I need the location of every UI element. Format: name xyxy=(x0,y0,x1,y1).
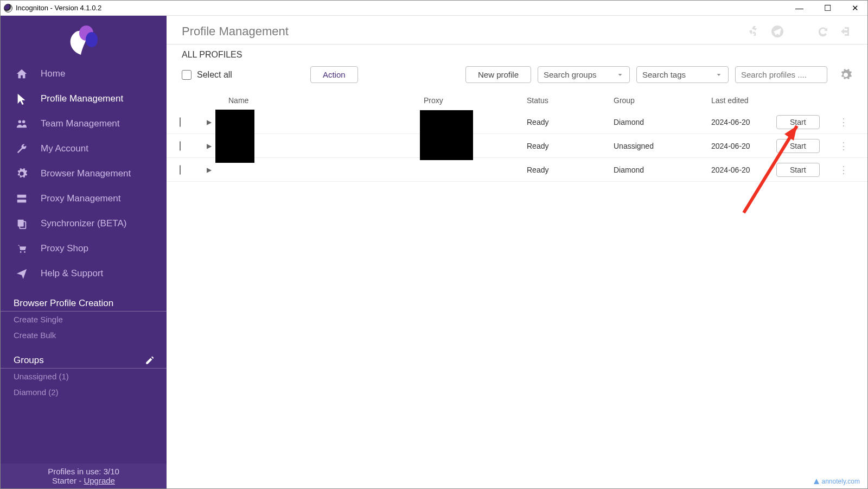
group-diamond[interactable]: Diamond (2) xyxy=(1,384,167,400)
cell-last-edited: 2024-06-20 xyxy=(708,139,773,153)
row-menu-button[interactable]: ⋮ xyxy=(833,162,854,178)
cell-status: Ready xyxy=(524,116,610,129)
search-groups-label: Search groups xyxy=(544,70,597,79)
telegram-icon[interactable] xyxy=(771,25,784,38)
server-icon xyxy=(16,193,28,205)
recycle-icon[interactable] xyxy=(748,25,761,38)
content-header: Profile Management xyxy=(167,16,867,45)
cell-name xyxy=(225,144,420,148)
svg-rect-5 xyxy=(17,200,27,203)
logout-icon[interactable] xyxy=(839,25,852,38)
maximize-button[interactable]: ☐ xyxy=(819,2,837,14)
nav-proxy-shop[interactable]: Proxy Shop xyxy=(1,236,167,261)
annotely-icon xyxy=(813,478,820,485)
select-all-label: Select all xyxy=(197,70,232,80)
svg-point-2 xyxy=(18,120,22,124)
search-profiles-input[interactable] xyxy=(735,66,827,83)
nav-synchronizer[interactable]: Synchronizer (BETA) xyxy=(1,211,167,236)
create-single[interactable]: Create Single xyxy=(1,312,167,327)
content: Profile Management ALL PROFILES Select a… xyxy=(167,16,867,488)
close-button[interactable]: ✕ xyxy=(846,2,864,14)
refresh-icon[interactable] xyxy=(816,25,829,38)
toolbar: Select all Action New profile Search gro… xyxy=(167,63,867,91)
col-status: Status xyxy=(524,94,610,107)
select-all-checkbox[interactable] xyxy=(182,70,192,80)
group-unassigned[interactable]: Unassigned (1) xyxy=(1,369,167,384)
nav-label: Proxy Management xyxy=(41,193,120,204)
sidebar: Home Profile Management Team Management … xyxy=(1,16,167,488)
groups-header-label: Groups xyxy=(14,355,44,366)
page-title: Profile Management xyxy=(182,24,289,39)
titlebar: Incogniton - Version 4.1.0.2 — ☐ ✕ xyxy=(1,1,867,16)
row-menu-button[interactable]: ⋮ xyxy=(833,114,854,130)
nav-profile-management[interactable]: Profile Management xyxy=(1,86,167,111)
table-header: Name Proxy Status Group Last edited xyxy=(167,91,867,110)
plan-prefix: Starter - xyxy=(52,476,84,485)
plan-line: Starter - Upgrade xyxy=(1,476,167,485)
all-profiles-label: ALL PROFILES xyxy=(167,45,867,63)
body: Home Profile Management Team Management … xyxy=(1,16,867,488)
cell-group: Unassigned xyxy=(610,139,708,153)
titlebar-left: Incogniton - Version 4.1.0.2 xyxy=(4,4,101,12)
app-icon xyxy=(4,4,12,12)
nav-browser-management[interactable]: Browser Management xyxy=(1,161,167,186)
nav-team-management[interactable]: Team Management xyxy=(1,111,167,136)
svg-point-8 xyxy=(20,251,22,253)
svg-point-9 xyxy=(24,251,25,253)
row-checkbox[interactable] xyxy=(180,117,181,127)
settings-icon[interactable] xyxy=(839,68,852,81)
nav-label: Proxy Shop xyxy=(41,243,88,254)
row-menu-button[interactable]: ⋮ xyxy=(833,138,854,154)
nav-label: Home xyxy=(41,68,65,79)
col-proxy: Proxy xyxy=(420,94,524,107)
annotely-watermark: annotely.com xyxy=(813,478,860,485)
minimize-button[interactable]: — xyxy=(790,2,809,14)
redacted-name-block xyxy=(215,110,254,163)
moon-icon[interactable] xyxy=(794,25,807,38)
groups-header: Groups xyxy=(1,351,167,369)
help-icon xyxy=(16,268,28,280)
window-controls: — ☐ ✕ xyxy=(790,2,864,14)
table-row: ▶ Ready Diamond 2024-06-20 Start ⋮ xyxy=(167,110,867,134)
cell-status: Ready xyxy=(524,163,610,176)
cell-name xyxy=(225,168,420,172)
sidebar-footer: Profiles in use: 3/10 Starter - Upgrade xyxy=(1,463,167,488)
nav-home[interactable]: Home xyxy=(1,61,167,86)
annotely-text: annotely.com xyxy=(822,478,860,485)
svg-rect-4 xyxy=(17,195,27,198)
row-checkbox[interactable] xyxy=(180,165,181,175)
start-button[interactable]: Start xyxy=(776,139,820,153)
expand-caret[interactable]: ▶ xyxy=(203,164,225,176)
nav-my-account[interactable]: My Account xyxy=(1,136,167,161)
chevron-down-icon xyxy=(715,71,723,79)
cell-group: Diamond xyxy=(610,116,708,129)
wrench-icon xyxy=(16,143,28,155)
start-button[interactable]: Start xyxy=(776,115,820,129)
search-tags-select[interactable]: Search tags xyxy=(636,66,729,83)
cell-name xyxy=(225,120,420,124)
logo-area xyxy=(1,16,167,61)
search-groups-select[interactable]: Search groups xyxy=(538,66,630,83)
header-icons xyxy=(748,25,852,38)
create-bulk[interactable]: Create Bulk xyxy=(1,327,167,343)
new-profile-button[interactable]: New profile xyxy=(465,66,531,83)
nav-label: Team Management xyxy=(41,118,120,129)
gear-icon xyxy=(16,168,28,180)
copy-icon xyxy=(16,218,28,230)
edit-icon[interactable] xyxy=(145,355,155,365)
select-all[interactable]: Select all xyxy=(182,70,232,80)
nav-proxy-management[interactable]: Proxy Management xyxy=(1,186,167,211)
table-row: ▶ Ready Diamond 2024-06-20 Start ⋮ xyxy=(167,158,867,182)
col-group: Group xyxy=(610,94,708,107)
svg-point-3 xyxy=(22,120,25,124)
row-checkbox[interactable] xyxy=(180,141,181,151)
logo-icon xyxy=(65,23,103,56)
table-row: ▶ Ready Unassigned 2024-06-20 Start ⋮ xyxy=(167,134,867,158)
action-button[interactable]: Action xyxy=(310,66,358,83)
profiles-in-use: Profiles in use: 3/10 xyxy=(1,467,167,476)
start-button[interactable]: Start xyxy=(776,163,820,177)
nav-help-support[interactable]: Help & Support xyxy=(1,261,167,286)
window-title: Incogniton - Version 4.1.0.2 xyxy=(16,4,101,12)
nav-label: Browser Management xyxy=(41,168,131,179)
upgrade-link[interactable]: Upgrade xyxy=(84,476,115,485)
